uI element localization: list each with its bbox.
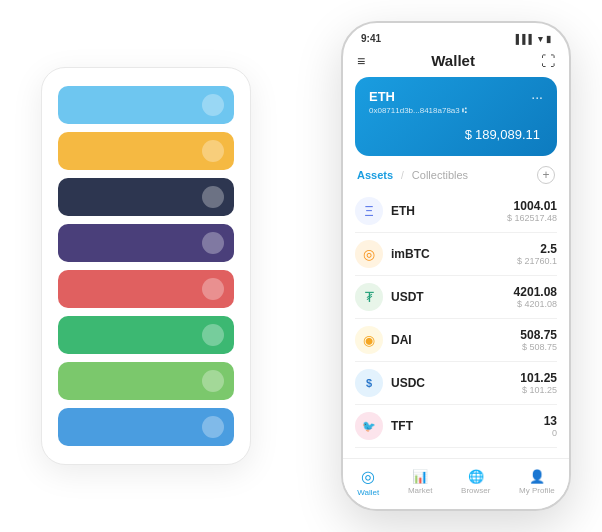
browser-nav-label: Browser (461, 486, 490, 495)
tft-asset-usd: 0 (544, 428, 557, 438)
menu-icon[interactable]: ≡ (357, 53, 365, 69)
dai-asset-values: 508.75 $ 508.75 (520, 328, 557, 352)
tft-asset-name: TFT (391, 419, 544, 433)
expand-icon[interactable]: ⛶ (541, 53, 555, 69)
card-item-icon-5 (202, 324, 224, 346)
card-item-icon-7 (202, 416, 224, 438)
eth-menu-dots[interactable]: ··· (531, 89, 543, 105)
card-item-icon-0 (202, 94, 224, 116)
market-nav-label: Market (408, 486, 432, 495)
asset-item-imbtc[interactable]: ◎ imBTC 2.5 $ 21760.1 (355, 233, 557, 276)
eth-address: 0x08711d3b...8418a78a3 ⑆ (369, 106, 467, 115)
assets-tab[interactable]: Assets (357, 169, 393, 181)
usdt-asset-values: 4201.08 $ 4201.08 (514, 285, 557, 309)
assets-header: Assets / Collectibles + (343, 166, 569, 190)
tft-asset-values: 13 0 (544, 414, 557, 438)
card-item-5[interactable] (58, 316, 234, 354)
wifi-icon: ▾ (538, 34, 543, 44)
asset-item-eth[interactable]: Ξ ETH 1004.01 $ 162517.48 (355, 190, 557, 233)
card-item-2[interactable] (58, 178, 234, 216)
eth-asset-values: 1004.01 $ 162517.48 (507, 199, 557, 223)
phone-title: Wallet (431, 52, 475, 69)
eth-currency: $ (465, 127, 472, 142)
market-nav-icon: 📊 (412, 469, 428, 484)
profile-nav-icon: 👤 (529, 469, 545, 484)
usdc-asset-name: USDC (391, 376, 520, 390)
eth-card-info: ETH 0x08711d3b...8418a78a3 ⑆ (369, 89, 467, 115)
usdc-asset-amount: 101.25 (520, 371, 557, 385)
dai-asset-name: DAI (391, 333, 520, 347)
asset-item-usdt[interactable]: ₮ USDT 4201.08 $ 4201.08 (355, 276, 557, 319)
card-item-icon-3 (202, 232, 224, 254)
card-item-0[interactable] (58, 86, 234, 124)
imbtc-asset-amount: 2.5 (517, 242, 557, 256)
tft-asset-amount: 13 (544, 414, 557, 428)
eth-asset-name: ETH (391, 204, 507, 218)
usdt-asset-amount: 4201.08 (514, 285, 557, 299)
browser-nav-icon: 🌐 (468, 469, 484, 484)
asset-item-usdc[interactable]: $ USDC 101.25 $ 101.25 (355, 362, 557, 405)
nav-browser[interactable]: 🌐 Browser (461, 469, 490, 495)
usdt-asset-usd: $ 4201.08 (514, 299, 557, 309)
eth-amount: $189,089.11 (369, 121, 543, 144)
usdt-asset-name: USDT (391, 290, 514, 304)
wallet-nav-icon: ◎ (361, 467, 375, 486)
scene: 9:41 ▌▌▌ ▾ ▮ ≡ Wallet ⛶ ETH 0x08711d3b..… (11, 11, 591, 521)
imbtc-asset-icon: ◎ (355, 240, 383, 268)
signal-icon: ▌▌▌ (516, 34, 535, 44)
tab-separator: / (401, 170, 404, 181)
card-item-7[interactable] (58, 408, 234, 446)
dai-asset-icon: ◉ (355, 326, 383, 354)
usdc-asset-values: 101.25 $ 101.25 (520, 371, 557, 395)
battery-icon: ▮ (546, 34, 551, 44)
usdc-asset-icon: $ (355, 369, 383, 397)
dai-asset-amount: 508.75 (520, 328, 557, 342)
wallet-nav-label: Wallet (357, 488, 379, 497)
eth-asset-usd: $ 162517.48 (507, 213, 557, 223)
dai-asset-usd: $ 508.75 (520, 342, 557, 352)
bottom-nav: ◎ Wallet 📊 Market 🌐 Browser 👤 My Profile (343, 458, 569, 509)
eth-label: ETH (369, 89, 467, 104)
asset-list: Ξ ETH 1004.01 $ 162517.48 ◎ imBTC 2.5 $ … (343, 190, 569, 458)
status-icons: ▌▌▌ ▾ ▮ (516, 34, 551, 44)
asset-item-dai[interactable]: ◉ DAI 508.75 $ 508.75 (355, 319, 557, 362)
card-item-6[interactable] (58, 362, 234, 400)
phone-mockup: 9:41 ▌▌▌ ▾ ▮ ≡ Wallet ⛶ ETH 0x08711d3b..… (341, 21, 571, 511)
eth-value: 189,089.11 (475, 127, 540, 142)
status-time: 9:41 (361, 33, 381, 44)
nav-market[interactable]: 📊 Market (408, 469, 432, 495)
assets-tabs: Assets / Collectibles (357, 169, 468, 181)
eth-asset-icon: Ξ (355, 197, 383, 225)
eth-card[interactable]: ETH 0x08711d3b...8418a78a3 ⑆ ··· $189,08… (355, 77, 557, 156)
imbtc-asset-usd: $ 21760.1 (517, 256, 557, 266)
status-bar: 9:41 ▌▌▌ ▾ ▮ (343, 23, 569, 48)
usdt-asset-icon: ₮ (355, 283, 383, 311)
nav-profile[interactable]: 👤 My Profile (519, 469, 555, 495)
card-item-icon-1 (202, 140, 224, 162)
card-item-3[interactable] (58, 224, 234, 262)
imbtc-asset-values: 2.5 $ 21760.1 (517, 242, 557, 266)
tft-asset-icon: 🐦 (355, 412, 383, 440)
profile-nav-label: My Profile (519, 486, 555, 495)
card-item-icon-2 (202, 186, 224, 208)
usdc-asset-usd: $ 101.25 (520, 385, 557, 395)
card-item-1[interactable] (58, 132, 234, 170)
add-asset-button[interactable]: + (537, 166, 555, 184)
eth-card-top: ETH 0x08711d3b...8418a78a3 ⑆ ··· (369, 89, 543, 115)
phone-header: ≡ Wallet ⛶ (343, 48, 569, 77)
imbtc-asset-name: imBTC (391, 247, 517, 261)
collectibles-tab[interactable]: Collectibles (412, 169, 468, 181)
card-item-icon-6 (202, 370, 224, 392)
card-item-icon-4 (202, 278, 224, 300)
card-item-4[interactable] (58, 270, 234, 308)
asset-item-tft[interactable]: 🐦 TFT 13 0 (355, 405, 557, 448)
nav-wallet[interactable]: ◎ Wallet (357, 467, 379, 497)
eth-asset-amount: 1004.01 (507, 199, 557, 213)
card-stack (41, 67, 251, 465)
